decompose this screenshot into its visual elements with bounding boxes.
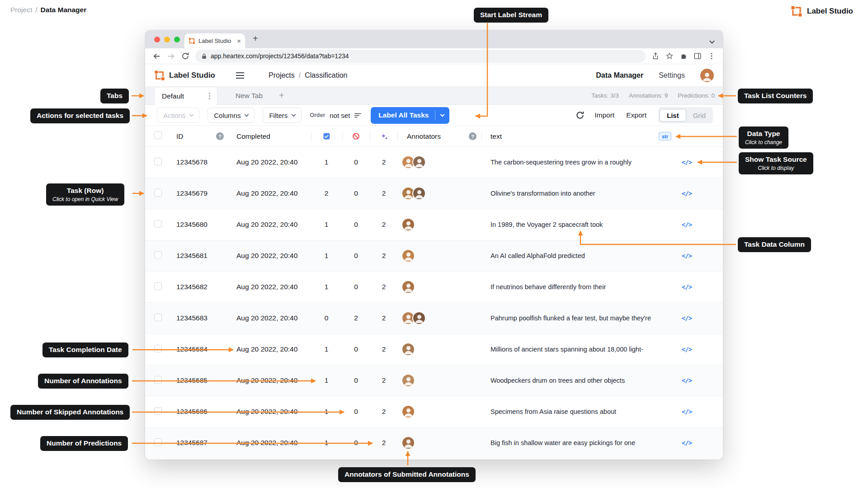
nav-settings[interactable]: Settings bbox=[659, 71, 685, 80]
sidebar-icon[interactable] bbox=[693, 52, 702, 60]
column-header-id[interactable]: ID bbox=[172, 132, 233, 141]
minimize-window-button[interactable] bbox=[164, 37, 170, 42]
show-source-icon[interactable]: </> bbox=[682, 439, 692, 446]
sort-order-icon[interactable] bbox=[354, 112, 362, 119]
forward-icon[interactable] bbox=[167, 52, 175, 61]
row-checkbox[interactable] bbox=[154, 282, 162, 290]
annotator-avatar[interactable] bbox=[412, 311, 426, 325]
table-row[interactable]: 12345681 Aug 20 2022, 20:40 1 0 2 An AI … bbox=[145, 240, 723, 272]
annotator-avatar[interactable] bbox=[412, 155, 426, 169]
annotators-avatars bbox=[398, 218, 484, 231]
close-window-button[interactable] bbox=[154, 37, 160, 42]
select-all-checkbox[interactable] bbox=[154, 131, 162, 139]
actions-dropdown[interactable]: Actions bbox=[157, 108, 199, 123]
new-tab-button[interactable]: + bbox=[253, 33, 258, 44]
data-type-badge[interactable]: str bbox=[659, 132, 671, 141]
column-header-predictions[interactable] bbox=[369, 132, 398, 140]
tab-default[interactable]: Default bbox=[154, 87, 217, 105]
user-avatar[interactable] bbox=[700, 69, 714, 82]
view-list-button[interactable]: List bbox=[660, 109, 686, 122]
column-header-text[interactable]: text bbox=[484, 132, 656, 141]
show-source-icon[interactable]: </> bbox=[682, 314, 692, 322]
table-row[interactable]: 12345680 Aug 20 2022, 20:40 1 0 2 In 198… bbox=[145, 209, 723, 240]
refresh-icon[interactable] bbox=[576, 111, 585, 120]
show-source-icon[interactable]: </> bbox=[682, 408, 692, 415]
task-text: Millions of ancient stars spanning about… bbox=[484, 346, 656, 353]
show-source-icon[interactable]: </> bbox=[682, 159, 692, 166]
column-header-completed[interactable]: Completed bbox=[233, 132, 310, 141]
task-id: 12345683 bbox=[172, 314, 233, 322]
bookmark-star-icon[interactable] bbox=[665, 52, 674, 60]
view-grid-button[interactable]: Grid bbox=[687, 109, 712, 122]
extension-puzzle-icon[interactable] bbox=[679, 52, 688, 60]
browser-menu-kebab-icon[interactable] bbox=[708, 52, 716, 60]
table-row[interactable]: 12345687 Aug 20 2022, 20:40 1 0 2 Big fi… bbox=[145, 427, 723, 459]
table-row[interactable]: 12345683 Aug 20 2022, 20:40 0 2 2 Pahrum… bbox=[145, 303, 723, 334]
annotator-avatar[interactable] bbox=[401, 218, 415, 231]
predictions-count: 2 bbox=[369, 345, 398, 353]
order-value[interactable]: not set bbox=[330, 112, 350, 119]
row-checkbox[interactable] bbox=[154, 407, 162, 415]
show-source-icon[interactable]: </> bbox=[682, 221, 692, 228]
address-bar[interactable]: app.heartex.com/projects/123456/data?tab… bbox=[195, 50, 646, 63]
tab-search-chevron-icon[interactable] bbox=[710, 37, 714, 45]
row-checkbox[interactable] bbox=[154, 220, 162, 228]
label-all-tasks-button[interactable]: Label All Tasks bbox=[371, 107, 449, 124]
browser-tab[interactable]: Label Studio × bbox=[184, 33, 245, 48]
row-checkbox[interactable] bbox=[154, 345, 162, 352]
skipped-count: 0 bbox=[343, 376, 369, 385]
table-row[interactable]: 12345686 Aug 20 2022, 20:40 1 0 2 Specim… bbox=[145, 396, 723, 427]
table-row[interactable]: 12345679 Aug 20 2022, 20:40 2 0 2 Olivin… bbox=[145, 178, 723, 209]
task-completed-date: Aug 20 2022, 20:40 bbox=[233, 189, 310, 197]
show-source-icon[interactable]: </> bbox=[682, 190, 692, 197]
reload-icon[interactable] bbox=[181, 52, 189, 60]
show-source-icon[interactable]: </> bbox=[682, 283, 692, 291]
export-button[interactable]: Export bbox=[626, 111, 646, 119]
add-tab-button[interactable]: + bbox=[279, 90, 284, 101]
column-header-skipped[interactable] bbox=[343, 132, 369, 140]
breadcrumb-project[interactable]: Project bbox=[10, 6, 32, 14]
annotator-avatar[interactable] bbox=[401, 374, 415, 387]
help-icon[interactable]: ? bbox=[216, 132, 224, 140]
nav-data-manager[interactable]: Data Manager bbox=[596, 71, 643, 80]
row-checkbox[interactable] bbox=[154, 251, 162, 259]
predictions-counter: Predictions: 0 bbox=[678, 92, 715, 99]
brand-name: Label Studio bbox=[807, 7, 853, 16]
tab-menu-kebab-icon[interactable] bbox=[209, 95, 210, 97]
annotations-count: 1 bbox=[310, 158, 343, 166]
show-source-icon[interactable]: </> bbox=[682, 346, 692, 353]
back-icon[interactable] bbox=[152, 52, 161, 61]
close-tab-icon[interactable]: × bbox=[237, 38, 241, 44]
table-row[interactable]: 12345678 Aug 20 2022, 20:40 1 0 2 The ca… bbox=[145, 147, 723, 178]
task-id: 12345684 bbox=[172, 345, 233, 353]
table-row[interactable]: 12345684 Aug 20 2022, 20:40 1 0 2 Millio… bbox=[145, 334, 723, 365]
annotator-avatar[interactable] bbox=[401, 343, 415, 356]
annotator-avatar[interactable] bbox=[401, 280, 415, 294]
row-checkbox[interactable] bbox=[154, 189, 162, 197]
annotator-avatar[interactable] bbox=[401, 436, 415, 450]
skipped-count: 0 bbox=[343, 408, 369, 416]
row-checkbox[interactable] bbox=[154, 376, 162, 384]
annotator-avatar[interactable] bbox=[412, 187, 426, 200]
table-row[interactable]: 12345685 Aug 20 2022, 20:40 1 0 2 Woodpe… bbox=[145, 365, 723, 396]
breadcrumb-projects[interactable]: Projects bbox=[269, 71, 295, 80]
row-checkbox[interactable] bbox=[154, 158, 162, 165]
hamburger-menu-icon[interactable] bbox=[236, 72, 244, 79]
tab-new-tab[interactable]: New Tab bbox=[236, 92, 263, 100]
filters-dropdown[interactable]: Filters bbox=[263, 108, 302, 123]
annotator-avatar[interactable] bbox=[401, 405, 415, 418]
help-icon[interactable]: ? bbox=[469, 132, 476, 140]
show-source-icon[interactable]: </> bbox=[682, 252, 692, 259]
import-button[interactable]: Import bbox=[594, 111, 614, 119]
table-row[interactable]: 12345682 Aug 20 2022, 20:40 1 0 2 If neu… bbox=[145, 272, 723, 303]
row-checkbox[interactable] bbox=[154, 314, 162, 321]
label-stream-chevron-icon[interactable] bbox=[435, 115, 449, 116]
zoom-window-button[interactable] bbox=[174, 37, 180, 42]
show-source-icon[interactable]: </> bbox=[682, 377, 692, 384]
column-header-annotations[interactable] bbox=[310, 132, 343, 140]
actions-label: Actions bbox=[163, 112, 185, 119]
row-checkbox[interactable] bbox=[154, 438, 162, 446]
columns-dropdown[interactable]: Columns bbox=[208, 108, 255, 123]
share-icon[interactable] bbox=[651, 52, 660, 60]
annotator-avatar[interactable] bbox=[401, 249, 415, 263]
